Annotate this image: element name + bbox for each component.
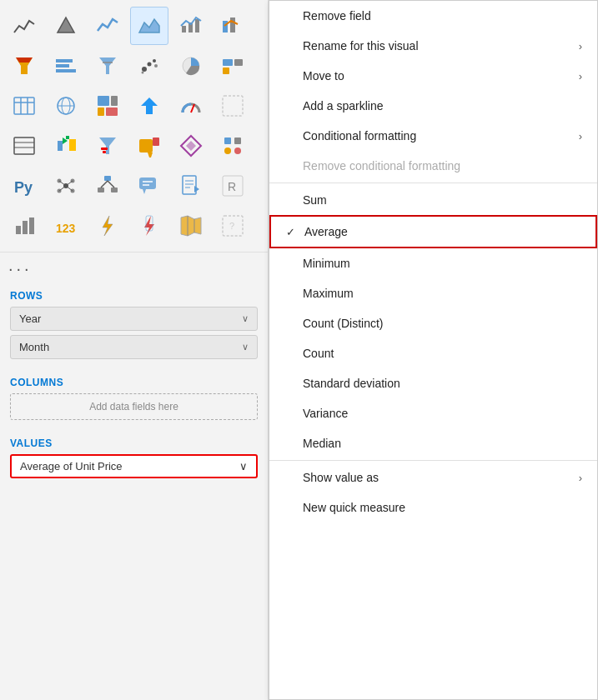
more-visuals-dots[interactable]: ... [0,252,268,282]
checkmark-remove-field [284,10,296,22]
menu-item-conditional-formatting[interactable]: Conditional formatting › [269,121,597,151]
chevron-down-icon-month: ∨ [242,342,249,352]
chart-icon-placeholder2[interactable]: ? [214,207,252,245]
menu-item-minimum[interactable]: Minimum [269,248,597,278]
menu-item-median[interactable]: Median [269,428,597,458]
chart-icon-more2[interactable] [214,47,252,85]
menu-item-std-dev[interactable]: Standard deviation [269,368,597,398]
menu-item-show-value-as[interactable]: Show value as › [269,462,597,492]
svg-rect-7 [230,18,235,32]
field-month[interactable]: Month ∨ [10,335,258,359]
chart-icon-arrow[interactable] [130,87,168,125]
chart-icon-map[interactable] [172,207,210,245]
svg-rect-34 [106,108,118,116]
menu-item-add-sparkline[interactable]: Add a sparkline [269,91,597,121]
svg-line-66 [66,186,73,191]
arrow-cond-fmt: › [579,130,582,142]
chart-icon-pie[interactable] [172,47,210,85]
icons-grid: Py [0,0,268,252]
checkmark-sparkline [284,100,296,112]
chart-icon-area[interactable] [130,7,168,45]
svg-rect-46 [101,148,108,150]
svg-rect-21 [223,59,233,66]
chart-icon-number[interactable]: 123 [47,207,85,245]
add-data-fields-placeholder[interactable]: Add data fields here [10,393,258,420]
chart-icon-mountain[interactable] [47,7,85,45]
svg-point-19 [154,64,158,68]
svg-rect-72 [139,178,156,189]
chart-icon-more[interactable] [214,7,252,45]
menu-item-rename-visual[interactable]: Rename for this visual › [269,31,597,61]
field-year[interactable]: Year ∨ [10,307,258,331]
menu-item-count[interactable]: Count [269,338,597,368]
context-menu: Remove field Rename for this visual › Mo… [269,0,598,700]
chart-icon-paginated[interactable] [172,167,210,205]
chart-icon-line2[interactable] [88,7,127,45]
svg-line-63 [59,181,66,186]
checkmark-minimum [284,258,296,270]
chart-icon-chat[interactable] [130,167,168,205]
chart-icon-extra[interactable] [214,127,252,165]
chart-icon-bar[interactable] [47,47,85,85]
svg-rect-53 [224,138,231,144]
svg-rect-85 [29,218,34,234]
menu-label-average: Average [304,225,348,238]
menu-item-remove-field[interactable]: Remove field [269,1,597,31]
menu-item-remove-conditional: Remove conditional formatting [269,151,597,181]
menu-item-new-quick-measure[interactable]: New quick measure [269,492,597,522]
values-label: Values [10,438,258,449]
chart-icon-filter2[interactable] [88,127,127,165]
menu-item-sum[interactable]: Sum [269,185,597,215]
chart-icon-combo[interactable] [172,7,210,45]
chart-icon-scatter[interactable] [130,47,168,85]
menu-label-remove-conditional: Remove conditional formatting [303,159,460,172]
svg-rect-3 [182,26,186,32]
chart-icon-kpi[interactable] [47,127,85,165]
menu-label-move-to: Move to [303,69,344,82]
svg-rect-54 [234,138,241,144]
menu-item-average[interactable]: ✓ Average [269,215,597,248]
left-panel: Py [0,0,269,700]
chart-icon-line[interactable] [5,7,43,45]
chart-icon-r[interactable]: R [214,167,252,205]
field-month-label: Month [19,341,49,353]
chart-icon-network[interactable] [47,167,85,205]
menu-item-move-to[interactable]: Move to › [269,61,597,91]
chevron-down-icon-values: ∨ [239,460,248,472]
menu-label-variance: Variance [303,407,348,420]
svg-rect-11 [56,64,69,68]
chart-icon-map-pin[interactable] [130,127,168,165]
field-average-unit-price[interactable]: Average of Unit Price ∨ [10,454,258,478]
svg-rect-6 [223,21,228,32]
chart-icon-treemap[interactable] [88,87,127,125]
menu-label-remove-field: Remove field [303,9,371,22]
chart-icon-bar2[interactable] [5,207,43,245]
svg-rect-37 [223,96,243,116]
menu-label-maximum: Maximum [303,287,354,300]
svg-text:Py: Py [14,179,33,196]
menu-label-count: Count [303,347,334,360]
svg-line-64 [66,181,73,186]
chart-icon-globe[interactable] [47,87,85,125]
chart-icon-placeholder[interactable] [214,87,252,125]
svg-rect-0 [13,14,36,38]
menu-label-sum: Sum [303,193,327,207]
checkmark-count [284,348,296,360]
svg-line-65 [59,186,66,191]
chart-icon-decomp[interactable] [88,167,127,205]
menu-item-count-distinct[interactable]: Count (Distinct) [269,308,597,338]
menu-item-variance[interactable]: Variance [269,398,597,428]
menu-item-maximum[interactable]: Maximum [269,278,597,308]
chart-icon-python[interactable]: Py [5,167,43,205]
chart-icon-diamond[interactable] [172,127,210,165]
chart-icon-gauge[interactable] [172,87,210,125]
chart-icon-list[interactable] [5,127,43,165]
values-section: Values Average of Unit Price ∨ [0,429,268,488]
svg-rect-69 [111,188,118,192]
chart-icon-table[interactable] [5,87,43,125]
chart-icon-funnel-color[interactable] [5,47,43,85]
chart-icon-warning[interactable] [130,207,168,245]
chart-icon-filter[interactable] [88,47,127,85]
svg-marker-49 [148,152,153,158]
chart-icon-lightning[interactable] [88,207,127,245]
